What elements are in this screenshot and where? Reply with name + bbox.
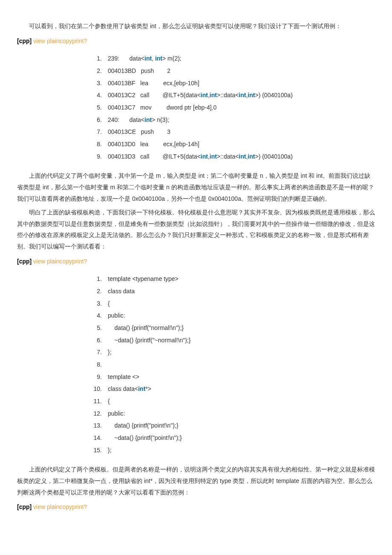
paragraph: 上面的代码定义了两个临时变量，其中第一个是 m，输入类型是 int；第二个临时变… xyxy=(17,170,375,204)
print-link[interactable]: print xyxy=(72,38,84,44)
view-plain-link[interactable]: view plain xyxy=(33,38,59,44)
code-line: 2.004013BD push 2 xyxy=(92,65,375,77)
code-line: 8. xyxy=(92,358,375,371)
copy-link[interactable]: copy xyxy=(60,38,72,44)
code-block-2: 1.template <typename type> 2.class data … xyxy=(17,273,375,456)
help-link[interactable]: ? xyxy=(84,38,87,44)
code-line: 1.239: data<int, int> m(2); xyxy=(92,52,375,65)
lang-label: [cpp] xyxy=(17,38,32,44)
code-line: 4.004013C2 call @ILT+5(data<int,int>::da… xyxy=(92,89,375,101)
code-line: 2.class data xyxy=(92,285,375,298)
code-line: 13. data() {printf("point!\n");} xyxy=(92,419,375,432)
print-link[interactable]: print xyxy=(72,503,84,510)
help-link[interactable]: ? xyxy=(84,503,87,510)
help-link[interactable]: ? xyxy=(84,258,87,265)
copy-link[interactable]: copy xyxy=(60,258,72,265)
code-toolbar: [cpp] view plaincopyprint? xyxy=(17,500,375,513)
lang-label: [cpp] xyxy=(17,503,32,510)
code-line: 6. ~data() {printf("~normal!\n");} xyxy=(92,334,375,347)
code-line: 7.004013CE push 3 xyxy=(92,126,375,138)
code-line: 6.240: data<int> n(3); xyxy=(92,114,375,126)
code-line: 11.{ xyxy=(92,395,375,408)
view-plain-link[interactable]: view plain xyxy=(33,503,59,510)
code-line: 14. ~data() {printf("point!\n");} xyxy=(92,432,375,444)
code-line: 5.004013C7 mov dword ptr [ebp-4],0 xyxy=(92,101,375,114)
copy-link[interactable]: copy xyxy=(60,503,72,510)
code-line: 5. data() {printf("normal!\n");} xyxy=(92,322,375,334)
paragraph: 明白了上面的缺省模板构造，下面我们谈一下特化模板。特化模板是什么意思呢？其实并不… xyxy=(17,207,375,252)
code-line: 15.}; xyxy=(92,444,375,457)
view-plain-link[interactable]: view plain xyxy=(33,258,59,265)
code-line: 3.004013BF lea ecx,[ebp-10h] xyxy=(92,77,375,90)
code-line: 4.public: xyxy=(92,309,375,322)
lang-label: [cpp] xyxy=(17,258,32,265)
code-line: 12.public: xyxy=(92,408,375,420)
print-link[interactable]: print xyxy=(72,258,84,265)
code-line: 1.template <typename type> xyxy=(92,273,375,285)
code-line: 9.004013D3 call @ILT+5(data<int,int>::da… xyxy=(92,150,375,163)
paragraph: 可以看到，我们在第二个参数使用了缺省类型 int，那么怎么证明缺省类型可以使用呢… xyxy=(17,20,375,32)
code-line: 10.class data<int*> xyxy=(92,383,375,395)
code-line: 9.template <> xyxy=(92,371,375,383)
code-block-1: 1.239: data<int, int> m(2); 2.004013BD p… xyxy=(17,52,375,162)
code-line: 8.004013D0 lea ecx,[ebp-14h] xyxy=(92,138,375,150)
paragraph: 上面的代码定义了两个类模板。但是两者的名称是一样的，说明这两个类定义的内容其实具… xyxy=(17,464,375,498)
code-toolbar: [cpp] view plaincopyprint? xyxy=(17,255,375,267)
code-toolbar: [cpp] view plaincopyprint? xyxy=(17,35,375,47)
code-line: 3.{ xyxy=(92,298,375,310)
code-line: 7.}; xyxy=(92,346,375,358)
